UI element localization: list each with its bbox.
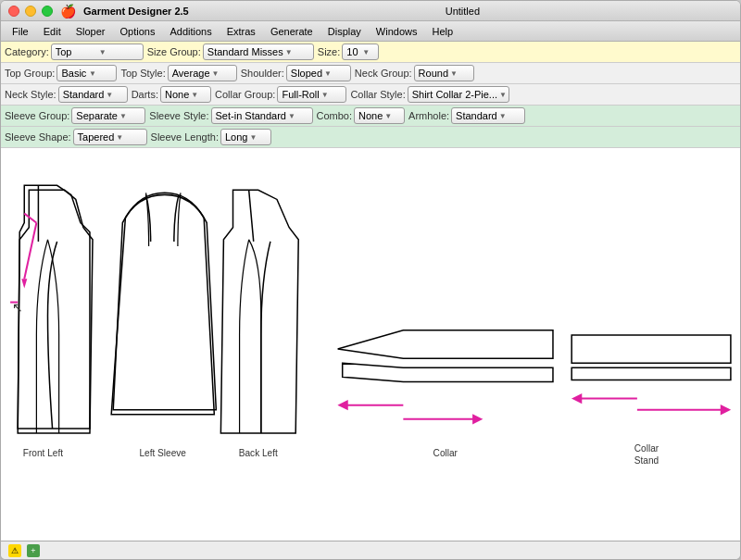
top-group-field: Top Group: Basic ▼ <box>5 65 117 81</box>
menu-display[interactable]: Display <box>320 24 369 39</box>
neck-group-field: Neck Group: Round ▼ <box>355 65 474 81</box>
app-name: Garment Designer 2.5 <box>83 6 189 17</box>
chevron-down-icon: ▼ <box>106 91 124 99</box>
category-group: Category: Top ▼ <box>5 44 144 60</box>
size-group-field: Size: 10 ▼ <box>318 44 379 60</box>
bottom-bar: ⚠ + <box>1 541 740 559</box>
armhole-dropdown[interactable]: Standard ▼ <box>451 107 525 124</box>
shoulder-label: Shoulder: <box>241 68 284 79</box>
chevron-down-icon: ▼ <box>450 69 471 78</box>
sleeve-length-field: Sleeve Length: Long ▼ <box>151 129 271 145</box>
collar-style-dropdown[interactable]: Shirt Collar 2-Pie... ▼ <box>408 86 509 103</box>
chevron-down-icon: ▼ <box>89 69 115 78</box>
collar-group-field: Collar Group: Full-Roll ▼ <box>215 86 346 103</box>
armhole-field: Armhole: Standard ▼ <box>408 107 525 124</box>
category-dropdown[interactable]: Top ▼ <box>51 44 144 60</box>
shoulder-field: Shoulder: Sloped ▼ <box>241 65 351 81</box>
menu-additions[interactable]: Additions <box>162 24 219 39</box>
top-group-dropdown[interactable]: Basic ▼ <box>57 65 117 81</box>
size-group-dropdown[interactable]: Standard Misses ▼ <box>203 44 314 60</box>
toolbar-row-4: Sleeve Group: Separate ▼ Sleeve Style: S… <box>1 106 740 127</box>
chevron-down-icon: ▼ <box>499 112 522 120</box>
neck-group-dropdown[interactable]: Round ▼ <box>414 65 474 81</box>
neck-style-label: Neck Style: <box>5 89 57 100</box>
minimize-button[interactable] <box>25 6 36 17</box>
svg-text:Collar: Collar <box>634 443 659 454</box>
chevron-down-icon: ▼ <box>499 91 507 99</box>
toolbar-row-3: Neck Style: Standard ▼ Darts: None ▼ Col… <box>1 84 740 106</box>
toolbar-row-1: Category: Top ▼ Size Group: Standard Mis… <box>1 42 740 63</box>
pattern-canvas-area[interactable]: Front Left Left Sleeve Back Left Collar … <box>1 148 740 541</box>
menu-sloper[interactable]: Sloper <box>69 24 113 39</box>
sleeve-length-dropdown[interactable]: Long ▼ <box>220 129 271 145</box>
svg-text:Collar: Collar <box>433 448 458 458</box>
chevron-down-icon: ▼ <box>116 133 144 142</box>
svg-marker-1 <box>21 279 27 288</box>
darts-label: Darts: <box>132 89 158 100</box>
svg-line-2 <box>24 214 36 223</box>
size-label: Size: <box>318 46 340 57</box>
top-group-label: Top Group: <box>5 68 55 79</box>
neck-style-field: Neck Style: Standard ▼ <box>5 86 128 103</box>
menu-options[interactable]: Options <box>113 24 163 39</box>
chevron-down-icon: ▼ <box>384 112 402 120</box>
menu-file[interactable]: File <box>5 24 36 39</box>
category-label: Category: <box>5 46 49 57</box>
close-button[interactable] <box>8 6 19 17</box>
chevron-down-icon: ▼ <box>285 48 311 56</box>
collar-style-label: Collar Style: <box>350 89 405 100</box>
sleeve-shape-dropdown[interactable]: Tapered ▼ <box>73 129 147 145</box>
window-title: Untitled <box>193 6 733 17</box>
menu-extras[interactable]: Extras <box>220 24 263 39</box>
svg-text:Left Sleeve: Left Sleeve <box>139 448 186 458</box>
top-style-field: Top Style: Average ▼ <box>120 65 236 81</box>
toolbar-row-5: Sleeve Shape: Tapered ▼ Sleeve Length: L… <box>1 127 740 148</box>
svg-text:↖: ↖ <box>12 300 23 315</box>
add-icon[interactable]: + <box>27 544 40 557</box>
menubar: File Edit Sloper Options Additions Extra… <box>1 21 740 42</box>
menu-help[interactable]: Help <box>424 24 460 39</box>
neck-group-label: Neck Group: <box>355 68 412 79</box>
size-dropdown[interactable]: 10 ▼ <box>342 44 379 60</box>
svg-marker-5 <box>340 402 347 409</box>
sleeve-length-label: Sleeve Length: <box>151 131 219 143</box>
top-style-dropdown[interactable]: Average ▼ <box>168 65 237 81</box>
darts-dropdown[interactable]: None ▼ <box>160 86 211 103</box>
chevron-down-icon: ▼ <box>324 69 348 78</box>
top-style-label: Top Style: <box>120 68 165 79</box>
warning-icon: ⚠ <box>8 544 21 557</box>
svg-marker-7 <box>473 416 481 423</box>
collar-group-dropdown[interactable]: Full-Roll ▼ <box>277 86 346 103</box>
chevron-down-icon: ▼ <box>119 112 143 120</box>
chevron-down-icon: ▼ <box>249 133 269 142</box>
traffic-lights <box>8 6 53 17</box>
chevron-down-icon: ▼ <box>362 48 376 56</box>
sleeve-style-label: Sleeve Style: <box>149 110 208 121</box>
toolbar-row-2: Top Group: Basic ▼ Top Style: Average ▼ … <box>1 63 740 84</box>
apple-menu-icon[interactable]: 🍎 <box>60 4 76 19</box>
chevron-down-icon: ▼ <box>321 91 345 99</box>
neck-style-dropdown[interactable]: Standard ▼ <box>58 86 128 103</box>
maximize-button[interactable] <box>42 6 53 17</box>
combo-dropdown[interactable]: None ▼ <box>354 107 405 124</box>
sleeve-style-field: Sleeve Style: Set-in Standard ▼ <box>149 107 312 124</box>
collar-group-label: Collar Group: <box>215 89 275 100</box>
size-group-label: Size Group: <box>147 46 201 57</box>
svg-marker-9 <box>573 395 581 403</box>
menu-edit[interactable]: Edit <box>36 24 69 39</box>
shoulder-dropdown[interactable]: Sloped ▼ <box>286 65 351 81</box>
combo-field: Combo: None ▼ <box>317 107 406 124</box>
armhole-label: Armhole: <box>408 110 449 121</box>
size-group-group: Size Group: Standard Misses ▼ <box>147 44 314 60</box>
menu-windows[interactable]: Windows <box>369 24 425 39</box>
sleeve-group-dropdown[interactable]: Separate ▼ <box>71 107 145 124</box>
sleeve-style-dropdown[interactable]: Set-in Standard ▼ <box>211 107 313 124</box>
sleeve-shape-field: Sleeve Shape: Tapered ▼ <box>5 129 147 145</box>
main-window: 🍎 Garment Designer 2.5 Untitled File Edi… <box>0 0 741 560</box>
chevron-down-icon: ▼ <box>99 48 141 56</box>
sleeve-group-field: Sleeve Group: Separate ▼ <box>5 107 145 124</box>
svg-marker-11 <box>722 406 729 414</box>
menu-generate[interactable]: Generate <box>263 24 320 39</box>
svg-text:Stand: Stand <box>634 455 659 466</box>
sleeve-group-label: Sleeve Group: <box>5 110 69 121</box>
